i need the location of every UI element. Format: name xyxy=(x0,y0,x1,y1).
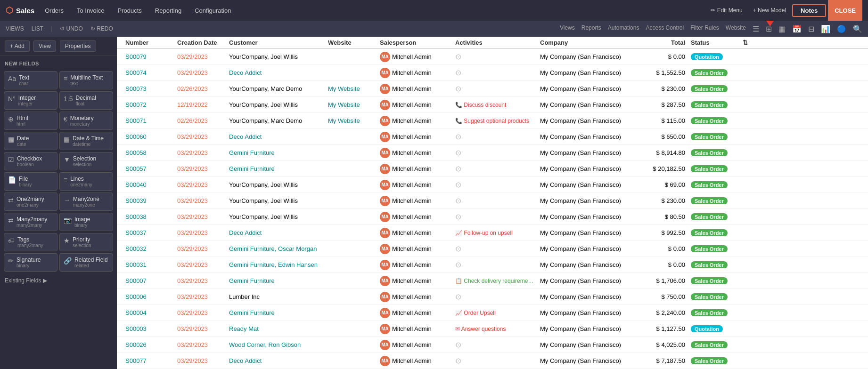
row-number[interactable]: S00077 xyxy=(123,357,174,364)
table-row[interactable]: S0003703/29/2023Deco AddictMAMitchell Ad… xyxy=(117,225,868,241)
field-priority[interactable]: ★ Priority selection xyxy=(59,233,113,251)
row-date[interactable]: 03/29/2023 xyxy=(174,69,226,76)
row-date[interactable]: 03/29/2023 xyxy=(174,213,226,220)
row-number[interactable]: S00006 xyxy=(123,293,174,300)
row-activities[interactable]: 📞 Discuss discount xyxy=(452,102,537,108)
view-toggle-kanban[interactable]: ▦ xyxy=(778,24,786,33)
nav-configuration[interactable]: Configuration xyxy=(192,5,234,16)
row-customer[interactable]: Gemini Furniture xyxy=(226,165,325,172)
row-date[interactable]: 03/29/2023 xyxy=(174,149,226,156)
row-date[interactable]: 03/29/2023 xyxy=(174,293,226,300)
properties-button[interactable]: Properties xyxy=(60,40,96,52)
row-number[interactable]: S00072 xyxy=(123,101,174,108)
row-date[interactable]: 03/29/2023 xyxy=(174,341,226,348)
table-row[interactable]: S0003203/29/2023Gemini Furniture, Oscar … xyxy=(117,241,868,257)
search-icon[interactable]: 🔍 xyxy=(853,24,862,33)
row-date[interactable]: 03/29/2023 xyxy=(174,309,226,316)
table-row[interactable]: S0007903/29/2023YourCompany, Joel Willis… xyxy=(117,49,868,65)
row-customer[interactable]: Ready Mat xyxy=(226,325,325,332)
row-number[interactable]: S00003 xyxy=(123,325,174,332)
view-toggle-list[interactable]: ☰ xyxy=(753,24,759,33)
row-customer[interactable]: Wood Corner, Ron Gibson xyxy=(226,341,325,348)
view-button[interactable]: View xyxy=(33,40,56,52)
row-date[interactable]: 03/29/2023 xyxy=(174,357,226,364)
view-toggle-calendar[interactable]: 📅 xyxy=(792,24,802,33)
row-date[interactable]: 03/29/2023 xyxy=(174,197,226,204)
row-customer[interactable]: Gemini Furniture xyxy=(226,149,325,156)
field-many2many[interactable]: ⇄ Many2many many2many xyxy=(4,213,57,231)
table-row[interactable]: S0004003/29/2023YourCompany, Joel Willis… xyxy=(117,177,868,193)
field-date[interactable]: ▦ Date date xyxy=(4,132,57,150)
row-number[interactable]: S00026 xyxy=(123,341,174,348)
row-date[interactable]: 03/29/2023 xyxy=(174,165,226,172)
field-image[interactable]: 📷 Image binary xyxy=(59,213,113,231)
row-number[interactable]: S00040 xyxy=(123,181,174,188)
row-date[interactable]: 12/19/2022 xyxy=(174,101,226,108)
table-row[interactable]: S0000403/29/2023Gemini FurnitureMAMitche… xyxy=(117,305,868,321)
row-customer[interactable]: Gemini Furniture xyxy=(226,277,325,284)
row-date[interactable]: 03/29/2023 xyxy=(174,53,226,60)
field-selection[interactable]: ▼ Selection selection xyxy=(59,152,113,170)
undo-button[interactable]: ↺ UNDO xyxy=(60,25,83,32)
row-number[interactable]: S00057 xyxy=(123,165,174,172)
row-date[interactable]: 03/29/2023 xyxy=(174,277,226,284)
field-signature[interactable]: ✏ Signature binary xyxy=(4,253,57,272)
row-number[interactable]: S00073 xyxy=(123,85,174,92)
table-row[interactable]: S0005803/29/2023Gemini FurnitureMAMitche… xyxy=(117,145,868,161)
row-website[interactable]: My Website xyxy=(325,85,377,92)
table-row[interactable]: S0006003/29/2023Deco AddictMAMitchell Ad… xyxy=(117,129,868,145)
field-decimal[interactable]: 1.5 Decimal float xyxy=(59,91,113,110)
nav-products[interactable]: Products xyxy=(115,5,144,16)
row-customer[interactable]: Deco Addict xyxy=(226,133,325,140)
field-related[interactable]: 🔗 Related Field related xyxy=(59,253,113,272)
row-number[interactable]: S00007 xyxy=(123,277,174,284)
row-number[interactable]: S00039 xyxy=(123,197,174,204)
row-customer[interactable]: Gemini Furniture, Edwin Hansen xyxy=(226,261,325,268)
row-number[interactable]: S00058 xyxy=(123,149,174,156)
row-date[interactable]: 03/29/2023 xyxy=(174,261,226,268)
row-number[interactable]: S00031 xyxy=(123,261,174,268)
row-date[interactable]: 02/26/2023 xyxy=(174,117,226,124)
row-date[interactable]: 03/29/2023 xyxy=(174,133,226,140)
reports-link[interactable]: Reports xyxy=(581,24,601,33)
row-date[interactable]: 02/26/2023 xyxy=(174,85,226,92)
table-row[interactable]: S0007703/29/2023Deco AddictMAMitchell Ad… xyxy=(117,353,868,369)
table-row[interactable]: S0000703/29/2023Gemini FurnitureMAMitche… xyxy=(117,273,868,289)
view-toggle-graph[interactable]: 📊 xyxy=(821,24,830,33)
table-row[interactable]: S0007403/29/2023Deco AddictMAMitchell Ad… xyxy=(117,65,868,81)
row-number[interactable]: S00060 xyxy=(123,133,174,140)
row-activities[interactable]: 📞 Suggest optional products xyxy=(452,118,537,124)
table-row[interactable]: S0002603/29/2023Wood Corner, Ron GibsonM… xyxy=(117,337,868,353)
row-date[interactable]: 03/29/2023 xyxy=(174,245,226,252)
row-customer[interactable]: Gemini Furniture, Oscar Morgan xyxy=(226,245,325,252)
row-customer[interactable]: Deco Addict xyxy=(226,229,325,236)
field-many2one[interactable]: → Many2one many2one xyxy=(59,193,113,211)
row-date[interactable]: 03/29/2023 xyxy=(174,181,226,188)
table-row[interactable]: S0003103/29/2023Gemini Furniture, Edwin … xyxy=(117,257,868,273)
row-customer[interactable]: Deco Addict xyxy=(226,357,325,364)
table-row[interactable]: S0000303/29/2023Ready MatMAMitchell Admi… xyxy=(117,321,868,337)
existing-fields-toggle[interactable]: Existing Fields ▶ xyxy=(0,273,117,288)
table-row[interactable]: S0003903/29/2023YourCompany, Joel Willis… xyxy=(117,193,868,209)
table-row[interactable]: S0007302/26/2023YourCompany, Marc DemoMy… xyxy=(117,81,868,97)
row-number[interactable]: S00037 xyxy=(123,229,174,236)
views-link[interactable]: Views xyxy=(560,24,575,33)
row-activities[interactable]: ✉ Answer questions xyxy=(452,326,537,332)
row-website[interactable]: My Website xyxy=(325,117,377,124)
table-row[interactable]: S0007102/26/2023YourCompany, Marc DemoMy… xyxy=(117,113,868,129)
row-customer[interactable]: Gemini Furniture xyxy=(226,309,325,316)
field-one2many[interactable]: ⇄ One2many one2many xyxy=(4,193,57,211)
row-number[interactable]: S00032 xyxy=(123,245,174,252)
row-number[interactable]: S00074 xyxy=(123,69,174,76)
nav-orders[interactable]: Orders xyxy=(42,5,66,16)
row-date[interactable]: 03/29/2023 xyxy=(174,325,226,332)
view-toggle-pivot[interactable]: ⊟ xyxy=(808,24,814,33)
access-control-link[interactable]: Access Control xyxy=(646,24,684,33)
field-datetime[interactable]: ▦ Date & Time datetime xyxy=(59,132,113,150)
row-activities[interactable]: 📈 Order Upsell xyxy=(452,310,537,316)
field-multiline-text[interactable]: ≡ Multiline Text text xyxy=(59,71,113,89)
row-activities[interactable]: 📋 Check delivery requirements xyxy=(452,278,537,284)
filter-rules-link[interactable]: Filter Rules xyxy=(690,24,719,33)
row-website[interactable]: My Website xyxy=(325,101,377,108)
field-integer[interactable]: N° Integer integer xyxy=(4,91,57,110)
